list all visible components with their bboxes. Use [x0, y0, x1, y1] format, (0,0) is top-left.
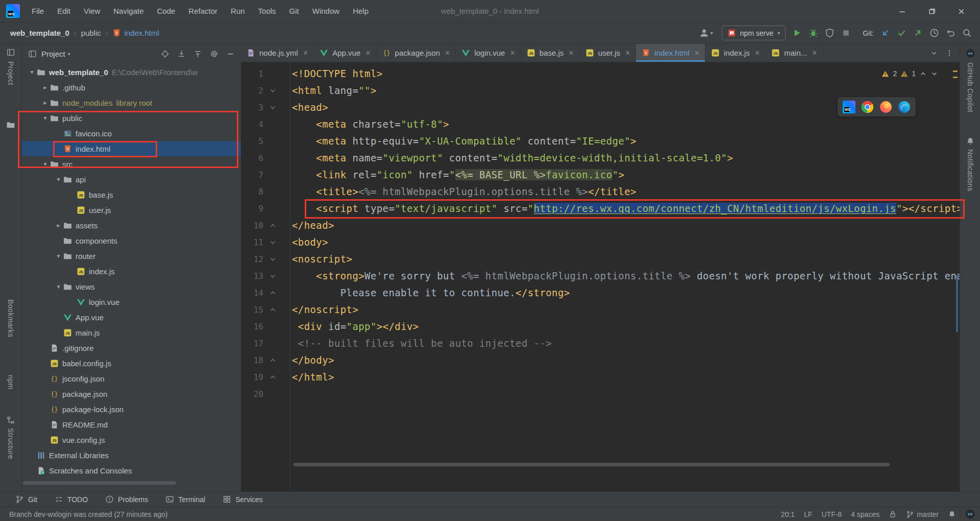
fold-start-icon[interactable]	[263, 234, 282, 251]
line-separator[interactable]: LF	[804, 510, 812, 518]
tree-item-assets[interactable]: ▸assets	[22, 218, 241, 233]
inspections-widget[interactable]: 2 1	[881, 69, 938, 78]
tree-item-External Libraries[interactable]: External Libraries	[22, 447, 241, 463]
folder-icon[interactable]	[7, 121, 15, 129]
file-encoding[interactable]: UTF-8	[821, 510, 842, 518]
line-number[interactable]: 7	[241, 167, 263, 183]
more-vertical-icon[interactable]	[945, 49, 953, 57]
fold-end-icon[interactable]	[263, 352, 282, 369]
toolwindow-button-todo[interactable]: TODO	[55, 495, 88, 504]
expand-all-icon[interactable]	[177, 50, 186, 58]
line-number[interactable]: 5	[241, 133, 263, 150]
close-icon[interactable]: ×	[625, 49, 630, 58]
bell-icon[interactable]	[966, 137, 974, 146]
tab-package.json[interactable]: {}package.json×	[377, 44, 456, 62]
tree-item-public[interactable]: ▾public	[22, 110, 241, 126]
caret-position[interactable]: 20:1	[781, 510, 795, 518]
hide-icon[interactable]	[226, 50, 235, 58]
line-number[interactable]: 9	[241, 200, 263, 217]
menu-item-git[interactable]: Git	[283, 0, 306, 22]
line-number[interactable]: 12	[241, 251, 263, 268]
line-number[interactable]: 4	[241, 116, 263, 133]
history-icon[interactable]	[929, 28, 939, 38]
fold-end-icon[interactable]	[263, 301, 282, 318]
minimize-button[interactable]	[887, 0, 917, 22]
chevron-expanded-icon[interactable]: ▾	[54, 252, 63, 259]
tab-App.vue[interactable]: App.vue×	[314, 44, 376, 62]
rollback-icon[interactable]	[946, 28, 955, 38]
menu-item-navigate[interactable]: Navigate	[107, 0, 150, 22]
tree-item-src[interactable]: ▾src	[22, 156, 241, 172]
coverage-icon[interactable]	[825, 28, 835, 38]
commit-icon[interactable]	[897, 28, 906, 38]
tree-item-jsconfig.json[interactable]: {}jsconfig.json	[22, 371, 241, 386]
line-number[interactable]: 16	[241, 318, 263, 335]
menu-item-view[interactable]: View	[77, 0, 107, 22]
tab-base.js[interactable]: JSbase.js×	[521, 44, 580, 62]
sidebar-item-project[interactable]: Project	[7, 61, 15, 85]
tree-item-api[interactable]: ▾api	[22, 172, 241, 187]
tree-item-components[interactable]: components	[22, 233, 241, 248]
menu-item-edit[interactable]: Edit	[51, 0, 77, 22]
line-number[interactable]: 20	[241, 386, 263, 402]
sidebar-item-structure[interactable]: Structure	[7, 428, 15, 459]
tree-item-favicon.ico[interactable]: favicon.ico	[22, 126, 241, 141]
chevron-expanded-icon[interactable]: ▾	[27, 68, 37, 76]
tree-item-router[interactable]: ▾router	[22, 248, 241, 264]
chevron-expanded-icon[interactable]: ▾	[40, 160, 50, 168]
fold-end-icon[interactable]	[263, 285, 282, 301]
stop-icon[interactable]	[841, 28, 851, 38]
tree-item-base.js[interactable]: JSbase.js	[22, 187, 241, 202]
tree-item-web_template_0[interactable]: ▾web_template_0 E:\Code\Web\Frontend\w	[22, 64, 241, 80]
chevron-collapsed-icon[interactable]: ▸	[40, 84, 50, 91]
tree-item-index.js[interactable]: JSindex.js	[22, 264, 241, 279]
fold-end-icon[interactable]	[263, 217, 282, 234]
tab-index.html[interactable]: 5index.html×	[636, 44, 705, 62]
tree-item-views[interactable]: ▾views	[22, 279, 241, 294]
fold-start-icon[interactable]	[263, 82, 282, 99]
breadcrumb-item-index.html[interactable]: 5index.html	[112, 29, 159, 37]
tree-item-login.vue[interactable]: login.vue	[22, 294, 241, 310]
fold-start-icon[interactable]	[263, 268, 282, 285]
locate-icon[interactable]	[161, 50, 169, 58]
tree-item-Scratches and Consoles[interactable]: Scratches and Consoles	[22, 463, 241, 478]
close-icon[interactable]: ×	[812, 49, 817, 58]
line-number[interactable]: 14	[241, 285, 263, 301]
git-branch-widget[interactable]: master	[906, 510, 939, 518]
line-number[interactable]: 11	[241, 234, 263, 251]
project-panel-title[interactable]: Project	[41, 50, 65, 58]
tree-item-babel.config.js[interactable]: JSbabel.config.js	[22, 356, 241, 371]
breadcrumb-item-web_template_0[interactable]: web_template_0	[10, 29, 69, 37]
toolwindow-button-terminal[interactable]: Terminal	[165, 495, 205, 504]
tree-horizontal-scrollbar[interactable]	[23, 481, 176, 485]
close-icon[interactable]: ×	[510, 49, 514, 58]
line-number[interactable]: 10	[241, 217, 263, 234]
menu-item-window[interactable]: Window	[306, 0, 346, 22]
sidebar-item-github-copilot[interactable]: GitHub Copilot	[966, 62, 974, 112]
chevron-up-icon[interactable]	[919, 70, 927, 78]
tree-item-.github[interactable]: ▸.github	[22, 80, 241, 95]
tab-index.js[interactable]: JSindex.js×	[705, 44, 766, 62]
structure-icon[interactable]	[7, 416, 15, 424]
tree-item-user.js[interactable]: JSuser.js	[22, 202, 241, 218]
chrome-icon[interactable]	[861, 101, 874, 113]
tree-item-node_modules[interactable]: ▸node_modules library root	[22, 95, 241, 110]
project-tool-icon[interactable]	[7, 48, 15, 57]
editor-vertical-scrollbar[interactable]	[956, 275, 958, 332]
line-number[interactable]: 19	[241, 369, 263, 386]
chevron-down-icon[interactable]	[930, 49, 938, 57]
search-icon[interactable]	[962, 28, 972, 38]
webstorm-icon[interactable]: WS	[843, 101, 855, 113]
edge-icon[interactable]	[898, 101, 911, 113]
close-icon[interactable]: ×	[365, 49, 370, 58]
sidebar-item-npm[interactable]: npm	[7, 375, 15, 390]
indent-style[interactable]: 4 spaces	[851, 510, 879, 518]
line-number[interactable]: 3	[241, 99, 263, 116]
tab-user.js[interactable]: JSuser.js×	[580, 44, 636, 62]
close-icon[interactable]: ×	[569, 49, 573, 58]
close-icon[interactable]: ×	[755, 49, 760, 58]
warning-stripe-mark[interactable]	[953, 77, 958, 78]
line-number[interactable]: 6	[241, 150, 263, 167]
collapse-all-icon[interactable]	[193, 50, 202, 58]
chevron-expanded-icon[interactable]: ▾	[40, 114, 50, 122]
